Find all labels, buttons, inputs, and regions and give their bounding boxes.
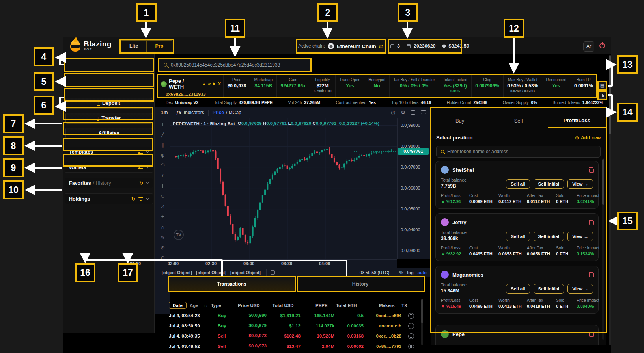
- sell-all-button[interactable]: Sell all: [506, 284, 530, 294]
- draw-tool-icon-3[interactable]: ψ: [161, 152, 164, 158]
- trash-icon[interactable]: [589, 332, 593, 336]
- language-button[interactable]: Ar: [583, 41, 594, 52]
- buy-tab[interactable]: Buy: [431, 113, 489, 128]
- tx-link-icon[interactable]: [408, 333, 414, 339]
- chart-shortcut-icon[interactable]: [598, 91, 606, 99]
- tradingview-logo[interactable]: TV: [174, 230, 184, 240]
- gear-icon[interactable]: ⚙: [401, 110, 405, 115]
- affiliates-button[interactable]: Affiliates: [65, 128, 152, 139]
- age-toggle[interactable]: Age: [187, 302, 202, 308]
- col-type[interactable]: Type: [211, 303, 228, 308]
- sliders-icon[interactable]: [138, 165, 143, 169]
- col-total-usd[interactable]: Total USD: [260, 303, 294, 308]
- sell-initial-button[interactable]: Sell initial: [534, 179, 564, 189]
- draw-tool-icon-1[interactable]: ╱: [161, 132, 164, 137]
- refresh-icon[interactable]: ↻: [131, 196, 135, 202]
- trash-icon[interactable]: [589, 167, 593, 172]
- draw-tool-icon-5[interactable]: /: [162, 173, 164, 178]
- table-row[interactable]: Jul 4, 03:54:23 Buy $0.05980 $1,619.21 1…: [169, 310, 414, 321]
- view-button[interactable]: View →: [567, 284, 593, 294]
- star-icon[interactable]: ★: [202, 82, 206, 86]
- tx-link-icon[interactable]: [408, 323, 414, 329]
- interval-button[interactable]: 1m: [161, 110, 168, 115]
- range-button[interactable]: [object Object]: [230, 270, 261, 275]
- draw-tool-icon-7[interactable]: ☺: [160, 193, 165, 199]
- time-axis[interactable]: 01:3002:0002:3003:0003:3004:00: [170, 259, 397, 268]
- switch-chain-icon[interactable]: ⇄: [379, 43, 383, 49]
- draw-tool-icon-13[interactable]: ⊙: [161, 255, 165, 261]
- sidebar-item-wallets[interactable]: Wallets: [65, 162, 153, 173]
- sliders-icon[interactable]: [138, 150, 143, 154]
- profit-loss-tab[interactable]: Profit/Loss: [548, 113, 606, 128]
- active-chain[interactable]: Active chain: Ethereum Chain ⇄: [298, 40, 383, 52]
- draw-tool-icon-0[interactable]: +: [161, 121, 164, 127]
- draw-tool-icon-4[interactable]: ◠: [161, 162, 165, 168]
- history-tab[interactable]: History: [297, 277, 423, 292]
- token-search-input[interactable]: 0x6982508145454ce325ddbe47a25d4ec3d23119…: [159, 59, 311, 71]
- view-button[interactable]: View →: [567, 232, 593, 241]
- transfer-button[interactable]: ↑ Transfer: [65, 113, 152, 124]
- sidebar-item-favorites[interactable]: Favorites / History ↻: [65, 178, 153, 188]
- price-tab[interactable]: Price: [213, 110, 224, 115]
- news-icon[interactable]: ▤: [598, 82, 606, 89]
- filter-icon[interactable]: [138, 197, 143, 201]
- camera-icon[interactable]: [421, 110, 426, 114]
- telegram-icon[interactable]: [213, 82, 216, 85]
- table-row[interactable]: Jul 4, 03:50:59 Buy $0.05979 $1.12 114.0…: [169, 321, 414, 331]
- range-button[interactable]: [object Object]: [162, 270, 192, 275]
- position-search-input[interactable]: Enter token name or address: [436, 146, 601, 158]
- col-pepe[interactable]: PEPE: [294, 303, 328, 308]
- col-total-eth[interactable]: Total ETH: [328, 303, 357, 308]
- tx-link-icon[interactable]: [408, 313, 414, 319]
- power-icon[interactable]: [599, 43, 605, 48]
- draw-tool-icon-9[interactable]: ⌖: [161, 214, 164, 220]
- token-address[interactable]: 0x69825....2311933: [161, 92, 221, 97]
- range-button[interactable]: [object Object]: [196, 270, 226, 275]
- tx-link-icon[interactable]: [408, 344, 414, 349]
- table-row[interactable]: Jul 4, 03:48:52 Sell $0.05973 $13.47 2.0…: [169, 341, 414, 351]
- table-row[interactable]: Jul 4, 03:49:35 Sell $0.05973 $102.48 10…: [169, 331, 414, 341]
- col-makers[interactable]: Makers: [357, 303, 395, 308]
- log-scale-button[interactable]: log: [407, 270, 414, 275]
- sell-tab[interactable]: Sell: [489, 113, 547, 128]
- percent-scale-button[interactable]: %: [399, 270, 403, 275]
- deposit-button[interactable]: ↓ Deposit: [65, 98, 152, 109]
- transactions-tab[interactable]: Transactions: [169, 277, 295, 292]
- col-price-usd[interactable]: Price USD: [228, 303, 260, 308]
- x-icon[interactable]: X: [218, 82, 221, 86]
- chart-clock[interactable]: 03:59:58 (UTC): [360, 270, 390, 275]
- sell-all-button[interactable]: Sell all: [506, 179, 530, 189]
- draw-tool-icon-10[interactable]: ∩: [161, 224, 164, 230]
- table-scrollbar[interactable]: [421, 299, 423, 345]
- copy-icon[interactable]: [161, 93, 164, 96]
- sell-initial-button[interactable]: Sell initial: [534, 232, 564, 241]
- lite-tab[interactable]: Lite: [121, 41, 147, 52]
- price-axis[interactable]: 0.05990000.05980000.05970000.05960000.05…: [397, 118, 431, 259]
- draw-tool-icon-6[interactable]: T: [161, 183, 164, 189]
- add-new-button[interactable]: ⊕Add new: [575, 135, 601, 141]
- trash-icon[interactable]: [589, 220, 593, 225]
- sort-icon[interactable]: ↑↓: [204, 303, 208, 308]
- alert-clock-icon[interactable]: ◷: [391, 110, 395, 115]
- col-tx[interactable]: TX: [395, 303, 407, 308]
- auto-scale-button[interactable]: auto: [418, 270, 427, 275]
- mcap-tab[interactable]: / MCap: [226, 110, 241, 115]
- pro-tab[interactable]: Pro: [147, 41, 172, 52]
- indicators-button[interactable]: Indicators: [184, 110, 204, 115]
- fullscreen-icon[interactable]: [411, 110, 415, 115]
- draw-tool-icon-12[interactable]: ⊘: [161, 245, 165, 251]
- candlestick-chart[interactable]: [170, 118, 397, 259]
- website-icon[interactable]: ⊕: [208, 82, 211, 86]
- sidebar-item-holdings[interactable]: Holdings ↻: [65, 193, 153, 204]
- history-sub-label[interactable]: / History: [93, 180, 111, 186]
- trash-icon[interactable]: [589, 272, 593, 277]
- draw-tool-icon-8[interactable]: ⊿: [161, 203, 165, 209]
- goto-date-icon[interactable]: [271, 270, 275, 275]
- draw-tool-icon-11[interactable]: ✎: [161, 234, 165, 240]
- date-toggle[interactable]: Date: [169, 302, 187, 309]
- refresh-icon[interactable]: ↻: [139, 180, 143, 186]
- sidebar-item-templates[interactable]: Templates: [65, 147, 153, 157]
- draw-tool-icon-2[interactable]: ∥: [161, 142, 164, 148]
- sell-all-button[interactable]: Sell all: [506, 232, 530, 241]
- view-button[interactable]: View →: [567, 179, 593, 189]
